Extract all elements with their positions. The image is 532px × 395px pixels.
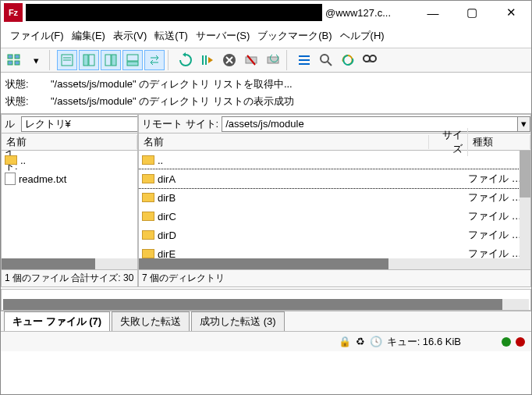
menu-server[interactable]: サーバー(S) [193,27,253,44]
list-item[interactable]: dirDファイル フ... [139,226,530,244]
status-text: "/assets/js/module" のディレクトリ リストの表示成功 [51,94,294,109]
list-item[interactable]: dirAファイル フ... [139,169,530,188]
refresh-button[interactable] [176,50,196,70]
menu-bookmark[interactable]: ブックマーク(B) [254,27,335,44]
remote-status: 7 個のディレクトリ [138,270,531,287]
disconnect-button[interactable] [241,50,261,70]
local-file-list[interactable]: .. readme.txt [2,151,137,258]
menu-help[interactable]: ヘルプ(H) [337,27,388,44]
status-label: 状態: [5,77,38,91]
menubar: ファイル(F) 編集(E) 表示(V) 転送(T) サーバー(S) ブックマーク… [1,24,531,48]
svg-rect-20 [268,57,278,63]
remote-hscroll[interactable] [139,258,530,269]
svg-point-24 [321,55,328,62]
queue-status: キュー: 16.6 KiB [387,335,461,349]
list-item[interactable]: dirEファイル フ... [139,244,530,258]
remote-col-type[interactable]: 種類 [468,135,530,149]
recycle-icon: ♻ [356,336,365,347]
app-icon: Fz [4,3,23,22]
cancel-button[interactable] [219,50,239,70]
filter-button[interactable] [294,50,314,70]
svg-rect-9 [105,55,111,66]
local-hscroll[interactable] [2,258,137,269]
svg-rect-1 [8,61,12,65]
list-item[interactable]: .. [139,151,530,169]
list-item[interactable]: .. [2,151,137,169]
transfer-queue[interactable] [1,289,531,311]
list-item[interactable]: dirCファイル フ... [139,207,530,226]
statusbar: 🔒 ♻ 🕓 キュー: 16.6 KiB [1,331,531,351]
svg-rect-0 [8,55,12,59]
remote-vscroll[interactable] [520,151,530,258]
toggle-local-tree-button[interactable] [79,50,99,70]
tab-failed[interactable]: 失敗した転送 [112,311,190,331]
activity-led-2 [516,337,525,347]
find-button[interactable] [360,50,380,70]
close-button[interactable]: ✕ [500,2,522,23]
file-icon [5,173,16,185]
lock-icon: 🔒 [339,336,351,347]
toolbar: ▾ [1,48,531,73]
activity-led-1 [502,337,511,347]
titlebar: Fz @www127.c... — ▢ ✕ [1,1,531,24]
remote-pane: リモート サイト: ▾ 名前 サイズ 種類 ..dirAファイル フ...dir… [138,114,531,270]
process-queue-button[interactable] [197,50,218,70]
folder-icon [142,155,154,165]
svg-rect-2 [15,55,20,59]
folder-icon [5,155,17,165]
title-suffix: @www127.c... [322,7,394,19]
queue-tabs: キュー ファイル (7) 失敗した転送 成功した転送 (3) [1,311,531,331]
list-item[interactable]: dirBファイル フ... [139,188,530,207]
status-label: 状態: [5,94,38,109]
tab-queue[interactable]: キュー ファイル (7) [4,311,110,331]
reconnect-button[interactable] [263,50,283,70]
compare-button[interactable] [338,50,358,70]
svg-rect-11 [127,55,138,61]
minimize-button[interactable]: — [422,2,444,23]
menu-edit[interactable]: 編集(E) [69,27,108,44]
search-button[interactable] [316,50,336,70]
sync-browsing-button[interactable] [144,50,165,70]
folder-icon [142,174,154,183]
svg-rect-12 [127,62,138,66]
message-log: 状態: "/assets/js/module" のディレクトリ リストを取得中.… [1,73,531,114]
remote-path-input[interactable] [222,116,518,132]
svg-rect-8 [89,55,94,66]
folder-icon [142,230,154,240]
clock-icon: 🕓 [370,336,382,347]
menu-transfer[interactable]: 転送(T) [151,27,191,44]
maximize-button[interactable]: ▢ [461,2,483,23]
transfer-hscroll[interactable] [3,299,529,310]
toggle-queue-button[interactable] [122,50,143,70]
remote-col-name[interactable]: 名前 [139,135,429,149]
remote-path-label: リモート サイト: [139,117,222,131]
local-path-input[interactable] [21,116,138,132]
site-manager-button[interactable] [4,50,24,70]
remote-path-dropdown[interactable]: ▾ [518,116,530,132]
svg-point-27 [370,55,376,62]
menu-file[interactable]: ファイル(F) [7,27,67,44]
title-redacted [26,4,322,21]
dropdown-icon[interactable]: ▾ [26,50,46,70]
local-col-name[interactable]: 名前 [2,135,137,149]
remote-file-list[interactable]: ..dirAファイル フ...dirBファイル フ...dirCファイル フ..… [139,151,530,258]
svg-rect-10 [112,55,116,66]
svg-rect-7 [83,55,88,66]
folder-icon [142,193,154,202]
folder-icon [142,212,154,221]
tab-success[interactable]: 成功した転送 (3) [191,311,285,331]
toggle-remote-tree-button[interactable] [101,50,121,70]
svg-rect-3 [15,61,20,65]
status-text: "/assets/js/module" のディレクトリ リストを取得中... [51,77,293,91]
toggle-log-button[interactable] [57,50,77,70]
list-item[interactable]: readme.txt [2,169,137,188]
svg-point-26 [364,55,370,62]
folder-icon [142,249,154,258]
svg-line-25 [328,62,332,66]
local-pane: ローカル サイト: ▾ 名前 .. readme.txt [1,114,138,270]
local-status: 1 個のファイル 合計サイズ: 30 [1,270,138,287]
menu-view[interactable]: 表示(V) [110,27,150,44]
